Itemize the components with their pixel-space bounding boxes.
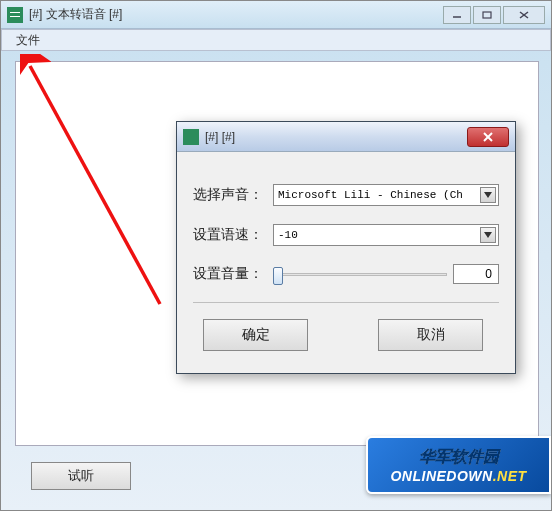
volume-slider[interactable] [273,265,447,283]
minimize-button[interactable] [443,6,471,24]
divider [193,302,499,303]
dialog-titlebar: [#] [#] [177,122,515,152]
svg-rect-1 [483,12,491,18]
row-rate: 设置语速： -10 [193,224,499,246]
dialog-app-icon [183,129,199,145]
voice-label: 选择声音： [193,186,273,204]
window-title: [#] 文本转语音 [#] [29,6,122,23]
watermark-cn: 华军软件园 [419,447,499,468]
watermark-logo: 华军软件园 ONLINEDOWN.NET [366,436,551,494]
volume-slider-wrap: 0 [273,264,499,284]
row-voice: 选择声音： Microsoft Lili - Chinese (Ch [193,184,499,206]
listen-button[interactable]: 试听 [31,462,131,490]
settings-dialog: [#] [#] 选择声音： Microsoft Lili - Chinese (… [176,121,516,374]
rate-select[interactable]: -10 [273,224,499,246]
dialog-body: 选择声音： Microsoft Lili - Chinese (Ch 设置语速：… [177,152,515,373]
dialog-button-row: 确定 取消 [193,313,499,361]
maximize-button[interactable] [473,6,501,24]
voice-select-value: Microsoft Lili - Chinese (Ch [278,189,463,201]
rate-select-value: -10 [278,229,298,241]
menu-file[interactable]: 文件 [10,30,46,51]
cancel-button-label: 取消 [417,326,445,344]
slider-thumb[interactable] [273,267,283,285]
main-titlebar: [#] 文本转语音 [#] [1,1,551,29]
dialog-close-button[interactable] [467,127,509,147]
menu-bar: 文件 [1,29,551,51]
window-buttons [443,6,545,24]
volume-value[interactable]: 0 [453,264,499,284]
rate-label: 设置语速： [193,226,273,244]
ok-button-label: 确定 [242,326,270,344]
voice-select[interactable]: Microsoft Lili - Chinese (Ch [273,184,499,206]
listen-button-label: 试听 [68,467,94,485]
close-button[interactable] [503,6,545,24]
chevron-down-icon [480,187,496,203]
watermark-en: ONLINEDOWN.NET [390,468,526,484]
chevron-down-icon [480,227,496,243]
cancel-button[interactable]: 取消 [378,319,483,351]
volume-label: 设置音量： [193,265,273,283]
row-volume: 设置音量： 0 [193,264,499,284]
app-icon [7,7,23,23]
ok-button[interactable]: 确定 [203,319,308,351]
dialog-title: [#] [#] [205,130,235,144]
